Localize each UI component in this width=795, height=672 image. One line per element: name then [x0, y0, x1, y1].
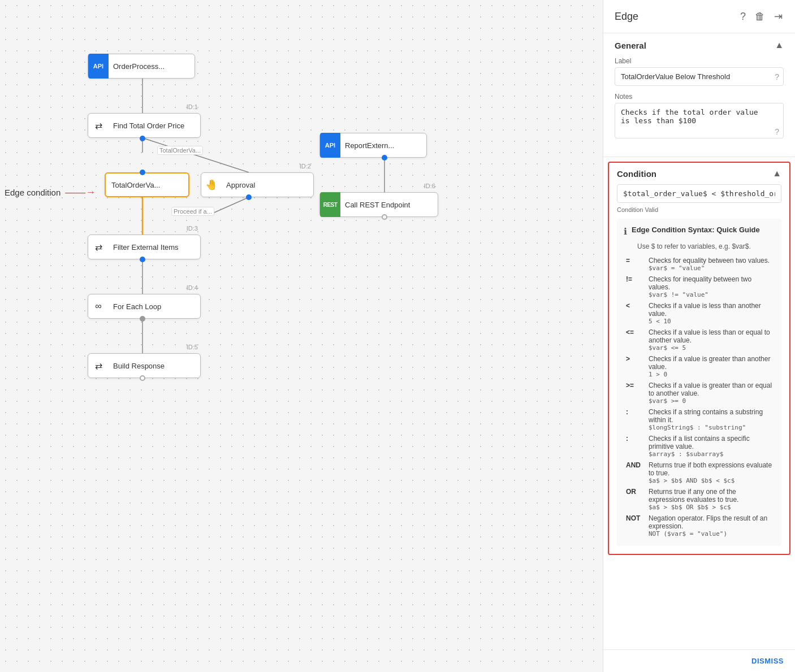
guide-desc-cell: Checks if a value is greater than or equ…	[646, 380, 775, 406]
guide-op: AND	[624, 459, 646, 486]
guide-description: Checks if a value is greater than or equ…	[649, 381, 772, 397]
condition-valid-label: Condition Valid	[617, 206, 781, 213]
expand-icon[interactable]: ⇥	[773, 9, 784, 24]
connector-dot-6	[140, 375, 145, 381]
guide-row: : Checks if a string contains a substrin…	[624, 406, 775, 433]
guide-row: <= Checks if a value is less than or equ…	[624, 327, 775, 353]
condition-section-title: Condition	[617, 169, 656, 179]
guide-description: Returns true if any one of the expressio…	[649, 488, 738, 504]
notes-input[interactable]	[615, 103, 784, 138]
guide-desc-cell: Checks if a value is less than another v…	[646, 300, 775, 327]
guide-description: Checks if a value is less than or equal …	[649, 328, 770, 344]
condition-section-content: Condition Valid ℹ Edge Condition Syntax:…	[609, 184, 789, 554]
svg-line-4	[209, 197, 249, 215]
guide-desc-cell: Returns true if any one of the expressio…	[646, 486, 775, 513]
guide-row: : Checks if a list contains a specific p…	[624, 433, 775, 459]
node-report-extern[interactable]: API ReportExtern...	[319, 133, 427, 158]
connector-dot-3	[246, 194, 252, 200]
guide-desc-cell: Checks if a list contains a specific pri…	[646, 433, 775, 459]
guide-example: 1 > 0	[649, 371, 772, 378]
svg-line-2	[142, 138, 249, 172]
guide-description: Checks if a string contains a substring …	[649, 408, 763, 424]
guide-op: :	[624, 433, 646, 459]
guide-op: !=	[624, 274, 646, 300]
guide-row: OR Returns true if any one of the expres…	[624, 486, 775, 513]
condition-section-header: Condition ▲	[609, 163, 789, 184]
guide-example: $array$ : $subarray$	[649, 450, 772, 458]
right-panel: Edge ? 🗑 ⇥ General ▲ Label ? Notes	[603, 0, 795, 672]
info-icon: ℹ	[624, 226, 627, 237]
condition-section: Condition ▲ Condition Valid ℹ Edge Condi…	[608, 162, 790, 555]
guide-example: $var$ != "value"	[649, 291, 772, 298]
notes-field-label: Notes	[615, 93, 784, 101]
node-foreach[interactable]: ∞ For Each Loop ID:4	[88, 294, 201, 319]
guide-example: $var$ >= 0	[649, 397, 772, 405]
guide-example: $var$ = "value"	[649, 265, 772, 272]
node-build-response[interactable]: ⇄ Build Response ID:5	[88, 353, 201, 378]
node-orderprocess[interactable]: API OrderProcess...	[88, 54, 195, 79]
canvas-area: API OrderProcess... ⇄ Find Total Order P…	[0, 0, 603, 672]
dismiss-row: DISMISS	[603, 649, 795, 672]
general-section-content: Label ? Notes ?	[603, 57, 795, 157]
guide-row: >= Checks if a value is greater than or …	[624, 380, 775, 406]
general-section: General ▲ Label ? Notes ?	[603, 33, 795, 157]
guide-op: :	[624, 406, 646, 433]
label-field-label: Label	[615, 57, 784, 65]
guide-row: NOT Negation operator. Flips the result …	[624, 513, 775, 539]
quick-guide-header: ℹ Edge Condition Syntax: Quick Guide	[624, 226, 775, 237]
general-section-header: General ▲	[603, 33, 795, 57]
condition-input[interactable]	[617, 184, 781, 203]
condition-chevron-icon[interactable]: ▲	[772, 168, 781, 179]
guide-op: NOT	[624, 513, 646, 539]
guide-row: AND Returns true if both expressions eva…	[624, 459, 775, 486]
guide-description: Returns true if both expressions evaluat…	[649, 461, 772, 477]
connector-dot-1	[140, 136, 145, 141]
help-icon[interactable]: ?	[739, 10, 747, 24]
label-help-icon: ?	[775, 72, 779, 81]
guide-desc-cell: Checks if a value is less than or equal …	[646, 327, 775, 353]
guide-op: <=	[624, 327, 646, 353]
guide-op: <	[624, 300, 646, 327]
notes-input-wrap: ?	[615, 103, 784, 141]
delete-icon[interactable]: 🗑	[754, 10, 766, 24]
node-filter-external[interactable]: ⇄ Filter External Items ID:3	[88, 235, 201, 259]
connector-dot-5	[140, 316, 145, 322]
notes-field-group: Notes ?	[615, 93, 784, 141]
connector-dot-7	[382, 155, 387, 161]
node-total-orderva[interactable]: TotalOrderVa...	[105, 172, 189, 197]
general-chevron-icon[interactable]: ▲	[775, 40, 784, 50]
guide-description: Negation operator. Flips the result of a…	[649, 514, 767, 530]
guide-description: Checks if a list contains a specific pri…	[649, 435, 750, 450]
node-find-total[interactable]: ⇄ Find Total Order Price ID:1	[88, 113, 201, 138]
edge-label-totalorderva: TotalOrderVa...	[157, 146, 203, 155]
general-section-title: General	[615, 41, 646, 50]
guide-row: != Checks for inequality between two val…	[624, 274, 775, 300]
guide-description: Checks for inequality between two values…	[649, 275, 751, 291]
dismiss-button[interactable]: DISMISS	[751, 657, 784, 665]
guide-row: > Checks if a value is greater than anot…	[624, 353, 775, 380]
guide-op: =	[624, 255, 646, 274]
quick-guide-box: ℹ Edge Condition Syntax: Quick Guide Use…	[617, 219, 781, 546]
node-call-rest[interactable]: REST Call REST Endpoint ID:6	[319, 192, 438, 217]
notes-help-icon: ?	[775, 127, 779, 136]
guide-example: $a$ > $b$ OR $b$ > $c$	[649, 504, 772, 511]
guide-description: Checks for equality between two values.	[649, 257, 770, 265]
label-input[interactable]	[615, 67, 784, 86]
quick-guide-title: Edge Condition Syntax: Quick Guide	[632, 226, 760, 234]
guide-example: $var$ <= 5	[649, 344, 772, 352]
node-approval[interactable]: 🤚 Approval ID:2	[201, 172, 314, 197]
guide-desc-cell: Checks if a string contains a substring …	[646, 406, 775, 433]
guide-desc-cell: Checks for equality between two values. …	[646, 255, 775, 274]
label-field-group: Label ?	[615, 57, 784, 86]
guide-op: OR	[624, 486, 646, 513]
arrow-right-icon: ——→	[65, 187, 96, 198]
guide-row: < Checks if a value is less than another…	[624, 300, 775, 327]
canvas-svg	[0, 0, 603, 672]
connector-dot-8	[382, 214, 387, 220]
panel-header: Edge ? 🗑 ⇥	[603, 0, 795, 33]
guide-op: >	[624, 353, 646, 380]
guide-example: NOT ($var$ = "value")	[649, 530, 772, 537]
guide-desc-cell: Negation operator. Flips the result of a…	[646, 513, 775, 539]
guide-intro: Use $ to refer to variables, e.g. $var$.	[624, 242, 775, 250]
guide-table: = Checks for equality between two values…	[624, 255, 775, 539]
